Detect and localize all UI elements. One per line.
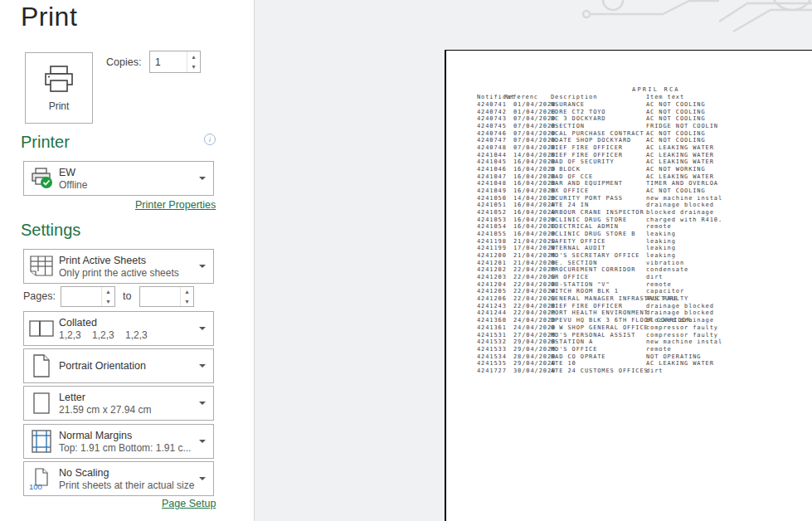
preview-cell: 24/04/2020 bbox=[513, 324, 556, 331]
preview-cell: 16/04/2020 bbox=[513, 166, 556, 173]
preview-cell: 4241053 bbox=[477, 217, 507, 223]
settings-heading: Settings bbox=[21, 221, 80, 240]
preview-cell: drainage blocked bbox=[646, 303, 714, 309]
copies-label: Copies: bbox=[106, 56, 141, 68]
preview-row: 424172730/04/2020ATE 24 CUSTOMES OFFICES… bbox=[446, 368, 812, 375]
preview-cell: 4241045 bbox=[477, 158, 507, 165]
paper-size-dropdown[interactable]: Letter 21.59 cm x 27.94 cm bbox=[23, 386, 214, 421]
preview-row: 424120622/04/2020GENERAL MANAGER INFRAST… bbox=[446, 295, 812, 303]
preview-cell: 4241054 bbox=[477, 223, 507, 230]
pages-from-stepper[interactable]: ▲ ▼ bbox=[61, 286, 115, 307]
collation-subtitle: 1,2,3 1,2,3 1,2,3 bbox=[59, 329, 196, 342]
preview-cell: 4240747 bbox=[477, 137, 507, 144]
preview-cell: NOT OPERATING bbox=[646, 353, 702, 360]
preview-cell: BAR AND EQUIPMENT bbox=[551, 180, 623, 187]
collation-dropdown[interactable]: Collated 1,2,3 1,2,3 1,2,3 bbox=[23, 311, 214, 346]
preview-cell: 16/04/2020 bbox=[513, 202, 556, 208]
preview-cell: 4240743 bbox=[477, 115, 507, 122]
preview-cell: 22/04/2020 bbox=[513, 303, 556, 309]
collation-title: Collated bbox=[59, 316, 196, 329]
scaling-dropdown[interactable]: 100 No Scaling Print sheets at their act… bbox=[23, 461, 214, 496]
preview-cell: PORT HEALTH ENVIRONMENT bbox=[551, 309, 649, 316]
collated-icon bbox=[24, 319, 59, 338]
pages-to-arrows: ▲ ▼ bbox=[180, 287, 193, 306]
orientation-dropdown[interactable]: Portrait Orientation bbox=[23, 348, 214, 383]
preview-cell: dirt bbox=[646, 368, 663, 374]
pages-from-down-button[interactable]: ▼ bbox=[102, 297, 114, 307]
preview-cell: BAD OF CCE bbox=[551, 173, 593, 180]
preview-row: 424120121/04/20200E. SECTIONvibration bbox=[446, 260, 812, 267]
preview-cell: 22/04/2020 bbox=[513, 266, 556, 273]
preview-cell: 0CLINIC DRUG STORE B bbox=[551, 231, 635, 237]
preview-cell: 29/04/2020 bbox=[513, 346, 556, 353]
preview-cell: capacitor bbox=[646, 288, 684, 295]
info-icon[interactable]: i bbox=[204, 134, 216, 145]
printer-device-icon bbox=[24, 167, 59, 190]
preview-row: 424120322/04/2020GR OFFICEdirt bbox=[446, 274, 812, 281]
preview-cell: 4241535 bbox=[477, 360, 507, 367]
preview-cell: BAD CO OPRATE bbox=[551, 353, 606, 360]
pages-from-up-button[interactable]: ▲ bbox=[102, 287, 114, 297]
preview-cell: 29/04/2020 bbox=[513, 360, 556, 367]
print-button[interactable]: Print bbox=[25, 52, 93, 124]
copies-input[interactable] bbox=[150, 51, 187, 72]
preview-row: 424105014/04/2020BCURITY PORT PASSnew ma… bbox=[446, 195, 812, 202]
preview-cell: 07/04/2020 bbox=[513, 137, 556, 144]
preview-cell: 4241206 bbox=[477, 295, 507, 302]
preview-row: 424153428/04/2020BAD CO OPRATENOT OPERAT… bbox=[446, 353, 812, 361]
preview-row: 424105316/04/20200CLINIC DRUG STOREcharg… bbox=[446, 217, 812, 224]
preview-cell: BC 3 DOCKYARD bbox=[551, 115, 606, 122]
preview-cell: 14/04/2020 bbox=[513, 195, 556, 202]
preview-cell: 22/04/2020 bbox=[513, 295, 556, 302]
copies-arrows: ▲ ▼ bbox=[187, 51, 200, 72]
print-what-dropdown[interactable]: Print Active Sheets Only print the activ… bbox=[23, 249, 214, 284]
preview-cell: 4241047 bbox=[477, 173, 507, 180]
preview-cell: EDRE CT2 TOYO bbox=[551, 109, 606, 115]
preview-cell: 4241048 bbox=[477, 180, 507, 187]
copies-stepper[interactable]: ▲ ▼ bbox=[149, 51, 201, 73]
preview-cell: 30/04/2020 bbox=[513, 368, 556, 374]
preview-cell: SAFETY OFFICE bbox=[551, 238, 606, 245]
preview-cell: 4241243 bbox=[477, 303, 507, 309]
scaling-subtitle: Print sheets at their actual size bbox=[59, 480, 196, 492]
pages-to-stepper[interactable]: ▲ ▼ bbox=[139, 286, 194, 307]
copies-down-button[interactable]: ▼ bbox=[187, 62, 200, 73]
margins-dropdown[interactable]: Normal Margins Top: 1.91 cm Bottom: 1.91… bbox=[23, 424, 214, 459]
preview-cell: 4241044 bbox=[477, 152, 507, 158]
printer-icon bbox=[40, 64, 78, 95]
preview-row: 424104616/04/2020D BLOCKAC NOT WORKING bbox=[446, 166, 812, 173]
preview-cell: AC LEAKING WATER bbox=[646, 152, 714, 158]
preview-page: APRIL RCA Notificat Referenc Description… bbox=[445, 50, 812, 521]
preview-cell: compressor faulty bbox=[646, 332, 718, 338]
pages-from-input[interactable] bbox=[61, 287, 101, 306]
chevron-down-icon bbox=[199, 440, 206, 443]
preview-cell: MD'S PERSONAL ASSIST bbox=[551, 332, 635, 338]
preview-row: 424153229/04/20200STATION Anew machine i… bbox=[446, 338, 812, 346]
preview-row: 424120522/04/2020WITCH ROOM BLK 1capacit… bbox=[446, 288, 812, 295]
print-backstage-panel: Print Print Copies: ▲ ▼ Printer i bbox=[0, 0, 254, 521]
preview-cell: 0DATE SHOP DOCKYARD bbox=[551, 137, 631, 144]
printer-properties-link[interactable]: Printer Properties bbox=[135, 199, 216, 211]
preview-cell: NSURANCE bbox=[551, 101, 585, 108]
pages-from-arrows: ▲ ▼ bbox=[101, 287, 114, 306]
preview-cell: BCURITY PORT PASS bbox=[551, 195, 623, 202]
preview-cell: 4241727 bbox=[477, 368, 507, 374]
preview-cell: BIEF FIRE OFFICER bbox=[551, 152, 623, 158]
preview-cell: charged with R410. bbox=[646, 217, 722, 223]
preview-row: 424120222/04/2020PROCUREMENT CORRIDORcon… bbox=[446, 266, 812, 274]
preview-row: 424104916/04/2020BX OFFICEAC NOT COOLING bbox=[446, 187, 812, 195]
preview-cell: 4240745 bbox=[477, 123, 507, 129]
preview-row: 424153127/04/2020MD'S PERSONAL ASSISTcom… bbox=[446, 332, 812, 339]
preview-cell: TIMER AND OVERLOA bbox=[646, 180, 718, 187]
pages-to-label: to bbox=[123, 290, 131, 302]
printer-selector[interactable]: EW Offline bbox=[23, 161, 214, 196]
preview-row: 424120422/04/20200B-STATION "V"remote bbox=[446, 281, 812, 289]
copies-up-button[interactable]: ▲ bbox=[187, 51, 200, 62]
pages-to-input[interactable] bbox=[140, 287, 180, 306]
paper-size-subtitle: 21.59 cm x 27.94 cm bbox=[59, 404, 196, 416]
page-setup-link[interactable]: Page Setup bbox=[162, 498, 216, 509]
preview-row: 424074807/04/2020BIEF FIRE OFFICERAC LEA… bbox=[446, 144, 812, 152]
preview-cell: 4241204 bbox=[477, 281, 507, 288]
pages-to-up-button[interactable]: ▲ bbox=[181, 287, 193, 297]
pages-to-down-button[interactable]: ▼ bbox=[181, 297, 193, 307]
